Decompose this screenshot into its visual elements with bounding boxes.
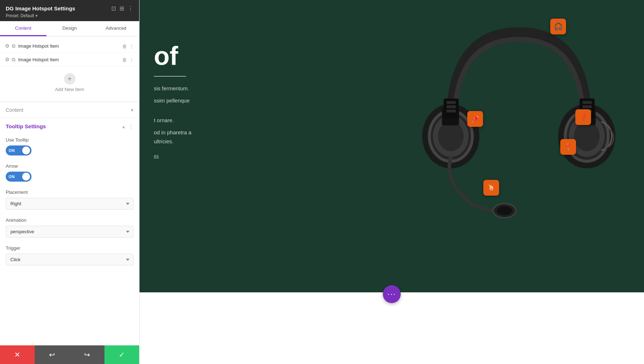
arrow-toggle[interactable]: ON <box>6 172 31 182</box>
hotspot-pin-4[interactable]: 📍 <box>560 139 576 155</box>
trigger-label: Trigger <box>6 245 133 251</box>
layout-icon[interactable]: ⊞ <box>119 5 124 12</box>
fab-button[interactable]: ··· <box>383 285 401 303</box>
use-tooltip-toggle[interactable]: ON <box>6 145 31 155</box>
svg-point-13 <box>497 206 512 215</box>
duplicate-icon[interactable]: ⧉ <box>12 57 15 63</box>
use-tooltip-group: Use Tooltip ON <box>0 134 139 161</box>
arrow-group: Arrow ON <box>0 161 139 187</box>
placement-group: Placement Right Left Top Bottom <box>0 187 139 215</box>
tooltip-settings-icons: ▴ ⋮ <box>122 124 133 129</box>
body-text-1: sis fermentum. <box>154 84 211 93</box>
question-hotspot-icon: ❓ <box>579 113 588 121</box>
add-new-label: Add New Item <box>55 87 84 92</box>
hotspot-pin-3[interactable]: ❓ <box>575 109 591 125</box>
panel-tabs: Content Design Advanced <box>0 21 139 37</box>
hotspot-pin-1[interactable]: 🎧 <box>550 19 566 34</box>
bottom-toolbar: ✕ ↩ ↪ ✓ <box>0 345 139 364</box>
svg-rect-17 <box>447 110 456 112</box>
item-left-icons: ⚙ ⧉ <box>5 43 15 49</box>
undo-icon: ↩ <box>49 350 55 359</box>
tab-design[interactable]: Design <box>47 21 93 36</box>
settings-icon[interactable]: ⚙ <box>5 43 10 49</box>
svg-rect-19 <box>582 101 592 104</box>
animation-select[interactable]: perspective fade shift-away scale <box>6 226 133 238</box>
arrow-toggle-on-text: ON <box>9 174 15 179</box>
redo-icon: ↪ <box>84 350 90 359</box>
collapse-icon[interactable]: ▴ <box>122 124 125 129</box>
body-text-2: ssim pellenque <box>154 96 211 105</box>
svg-point-8 <box>574 121 600 151</box>
animation-label: Animation <box>6 217 133 223</box>
pin-hotspot-icon: 📌 <box>471 115 480 123</box>
placement-label: Placement <box>6 190 133 195</box>
item-right-icons: 🗑 ⋮ <box>122 43 134 49</box>
cancel-icon: ✕ <box>14 350 20 359</box>
responsive-icon[interactable]: ⊡ <box>111 5 116 12</box>
item-label: Image Hotspot Item <box>18 57 119 62</box>
settings-icon[interactable]: ⚙ <box>5 57 10 63</box>
toggle-knob <box>22 147 30 154</box>
more-icon[interactable]: ⋮ <box>129 43 134 49</box>
svg-rect-16 <box>447 105 456 108</box>
hotspot-pin-2[interactable]: 📌 <box>467 111 483 127</box>
cursor-hotspot-icon: 🖱 <box>488 184 495 192</box>
arrow-label: Arrow <box>6 163 133 169</box>
canvas-link[interactable]: es <box>154 153 211 159</box>
item-label: Image Hotspot Item <box>18 43 119 49</box>
tab-advanced[interactable]: Advanced <box>93 21 139 36</box>
more-options-icon[interactable]: ⋮ <box>128 5 133 12</box>
hotspot-pin-5[interactable]: 🖱 <box>483 180 499 196</box>
canvas-text-area: of sis fermentum. ssim pellenque t ornar… <box>154 43 211 159</box>
content-section-title: Content <box>6 107 23 113</box>
delete-icon[interactable]: 🗑 <box>122 57 127 63</box>
panel-header: DG Image Hotspot Settings ⊡ ⊞ ⋮ Preset: … <box>0 0 139 21</box>
duplicate-icon[interactable]: ⧉ <box>12 43 15 49</box>
add-new-item[interactable]: + Add New Item <box>0 67 139 99</box>
panel-content: ⚙ ⧉ Image Hotspot Item 🗑 ⋮ ⚙ ⧉ Image Hot… <box>0 37 139 364</box>
svg-rect-20 <box>582 105 592 108</box>
canvas-divider <box>154 76 186 77</box>
delete-icon[interactable]: 🗑 <box>122 43 127 49</box>
add-circle-icon: + <box>64 73 75 85</box>
undo-button[interactable]: ↩ <box>35 345 69 364</box>
headphone-hotspot-icon: 🎧 <box>554 22 563 31</box>
canvas-bottom-area <box>140 292 644 364</box>
save-button[interactable]: ✓ <box>104 345 139 364</box>
trigger-group: Trigger Click Hover <box>0 243 139 270</box>
redo-button[interactable]: ↪ <box>70 345 104 364</box>
use-tooltip-label: Use Tooltip <box>6 137 133 143</box>
panel-header-icons: ⊡ ⊞ ⋮ <box>111 5 133 12</box>
item-list: ⚙ ⧉ Image Hotspot Item 🗑 ⋮ ⚙ ⧉ Image Hot… <box>0 37 139 102</box>
body-text-3: t ornare. <box>154 116 211 125</box>
svg-rect-15 <box>447 101 456 104</box>
animation-group: Animation perspective fade shift-away sc… <box>0 215 139 243</box>
item-right-icons: 🗑 ⋮ <box>122 57 134 63</box>
canvas-body-text-2: t ornare. od in pharetra a ultricies. <box>154 116 211 146</box>
tab-content[interactable]: Content <box>0 21 47 36</box>
body-text-4: od in pharetra a ultricies. <box>154 128 211 146</box>
trigger-select[interactable]: Click Hover <box>6 254 133 265</box>
toggle-on-text: ON <box>9 148 15 153</box>
cancel-button[interactable]: ✕ <box>0 345 35 364</box>
headphone-illustration <box>408 4 630 233</box>
save-icon: ✓ <box>119 350 125 359</box>
svg-point-3 <box>438 121 464 151</box>
use-tooltip-toggle-wrapper: ON <box>6 145 133 155</box>
item-left-icons: ⚙ ⧉ <box>5 57 15 63</box>
location-hotspot-icon: 📍 <box>564 143 573 151</box>
list-item: ⚙ ⧉ Image Hotspot Item 🗑 ⋮ <box>0 53 139 67</box>
settings-dots-icon[interactable]: ⋮ <box>128 124 133 129</box>
arrow-toggle-wrapper: ON <box>6 172 133 182</box>
more-icon[interactable]: ⋮ <box>129 57 134 63</box>
canvas-heading: of <box>154 43 211 69</box>
arrow-toggle-knob <box>22 173 30 181</box>
canvas-body-text: sis fermentum. ssim pellenque <box>154 84 211 105</box>
left-panel: DG Image Hotspot Settings ⊡ ⊞ ⋮ Preset: … <box>0 0 140 364</box>
right-canvas: of sis fermentum. ssim pellenque t ornar… <box>140 0 644 364</box>
placement-select[interactable]: Right Left Top Bottom <box>6 198 133 210</box>
preset-label: Preset: Default ▾ <box>6 13 133 18</box>
tooltip-settings-header: Tooltip Settings ▴ ⋮ <box>0 118 139 134</box>
tooltip-settings-title: Tooltip Settings <box>6 123 46 129</box>
content-section-header[interactable]: Content ▾ <box>0 102 139 118</box>
